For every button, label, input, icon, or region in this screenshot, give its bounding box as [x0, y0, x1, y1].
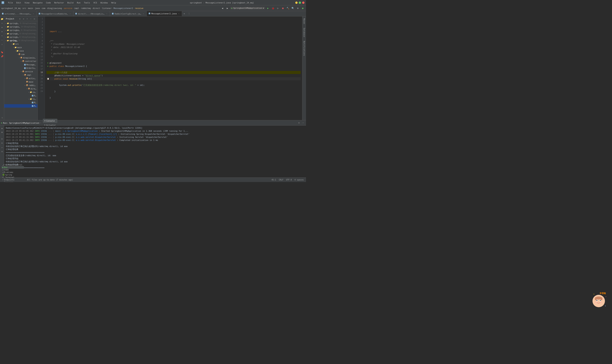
filter-console[interactable]: ≡ — [0, 141, 4, 145]
tab-more-button[interactable]: » — [182, 13, 186, 15]
forward-button[interactable]: ▶ — [225, 6, 229, 10]
tree-node-14[interactable]: ▾📁config — [4, 91, 38, 94]
menu-code[interactable]: Code — [44, 1, 52, 4]
tree-project-1[interactable]: ▸📁springboot_20_jetcacheD:\DingJiaxiong\… — [4, 25, 38, 28]
stop-button[interactable]: ■ — [281, 6, 285, 10]
left-tool-3[interactable]: ⚙ — [0, 26, 4, 29]
maximize-button[interactable] — [299, 1, 301, 4]
status-item-spring[interactable]: 🌿Spring — [1, 174, 24, 176]
tree-node-2[interactable]: ▾📁java — [4, 49, 38, 52]
breadcrumb-part-9[interactable]: direct — [93, 7, 100, 9]
status-item-services[interactable]: ☁Services — [1, 181, 24, 182]
bottom-tab-0[interactable]: ≡Console — [43, 119, 58, 123]
line-ending[interactable]: CRLF — [278, 179, 284, 181]
tree-project-0[interactable]: ▸📁springboot_19_cacheD:\DingJiaxiong\Ide… — [4, 22, 38, 25]
search-button[interactable]: 🔍 — [291, 6, 295, 10]
cursor-position[interactable]: 45:1 — [271, 179, 277, 181]
coverage-button[interactable]: ▷ — [276, 6, 280, 10]
menu-navigate[interactable]: Navigate — [31, 1, 44, 4]
menu-view[interactable]: View — [23, 1, 31, 4]
code-content[interactable]: import .../** * ClassName: MessageListen… — [45, 16, 302, 120]
left-tool-8[interactable]: 🔖 — [0, 51, 4, 54]
tree-node-10[interactable]: ▾📦activemq — [4, 77, 38, 80]
breadcrumb-part-4[interactable]: com — [42, 7, 45, 9]
indent-setting[interactable]: 4 spaces — [294, 179, 305, 181]
sidebar-action-2[interactable]: ≡ — [22, 17, 25, 20]
left-tool-4[interactable]: ≡ — [0, 30, 4, 33]
scroll-down[interactable]: ▼ — [0, 130, 4, 134]
tab-close-1[interactable]: × — [69, 13, 71, 15]
bottom-close[interactable]: − — [301, 121, 305, 125]
breadcrumb-part-5[interactable]: dingjiaxiong — [47, 7, 62, 9]
tree-project-2[interactable]: ▸📁springboot_21_j2cacheD:\DingJiaxiong\I… — [4, 28, 38, 32]
breadcrumb-part-2[interactable]: main — [28, 7, 33, 9]
tree-node-12[interactable]: ▾📦rabbitmq — [4, 84, 38, 87]
tree-node-4[interactable]: ▾📦dingjiaxiong — [4, 56, 38, 59]
left-tool-6[interactable]: − — [0, 38, 4, 42]
tree-node-8[interactable]: ▾📦service — [4, 70, 38, 73]
build-button[interactable]: 🔨 — [286, 6, 290, 10]
breadcrumb-part-6[interactable]: service — [64, 7, 72, 9]
breadcrumb-part-12[interactable]: receive — [135, 7, 143, 9]
sidebar-action-3[interactable]: + — [26, 17, 29, 20]
breadcrumb-part-11[interactable]: MessageListener2 — [114, 7, 133, 9]
status-item-problems[interactable]: ⚠Problems — [1, 171, 24, 174]
status-item-endpoints[interactable]: ⚡Endpoints — [1, 179, 24, 181]
status-item-terminal[interactable]: >_Terminal — [1, 176, 24, 179]
menu-help[interactable]: Help — [110, 1, 118, 4]
breadcrumb-part-1[interactable]: src — [22, 7, 26, 9]
notifications-tab[interactable]: Notifications — [303, 39, 306, 58]
tree-node-7[interactable]: COrderController — [4, 66, 38, 70]
minimize-button[interactable] — [295, 1, 298, 4]
tab-close-3[interactable]: × — [142, 13, 145, 15]
tree-node-6[interactable]: CMessageController — [4, 63, 38, 66]
maven-tab[interactable]: Maven — [303, 16, 306, 26]
debug-button[interactable]: 🐞 — [271, 6, 275, 10]
tree-node-0[interactable]: ▾📁src — [4, 42, 38, 46]
tree-node-11[interactable]: 📦base — [4, 80, 38, 84]
menu-window[interactable]: Window — [99, 1, 109, 4]
tree-project-4[interactable]: ▸📁springboot_23_mailD:\DingJiaxiong\Idea… — [4, 35, 38, 39]
menu-file[interactable]: File — [6, 1, 14, 4]
tree-node-17[interactable]: CMessageListener — [4, 101, 38, 104]
left-tool-10[interactable]: ◁ — [0, 116, 4, 119]
menu-build[interactable]: Build — [66, 1, 75, 4]
settings-button[interactable]: ⚙ — [296, 6, 300, 10]
tab-0[interactable]: Cactivemq\...\MessageListener.java× — [0, 11, 37, 16]
left-tool-5[interactable]: + — [0, 34, 4, 38]
settings-console[interactable]: ⚙ — [0, 150, 4, 153]
tab-1[interactable]: CMessageServiceRabbitmqDirectImpl.java× — [37, 11, 73, 16]
tree-node-1[interactable]: ▾📁main — [4, 46, 38, 49]
tree-node-15[interactable]: CRabbitConfigDirect — [4, 94, 38, 97]
breadcrumb-part-0[interactable]: springboot_24_mq — [1, 7, 20, 9]
status-item-version-control[interactable]: ⎇Version Control — [1, 164, 24, 166]
wrap-console[interactable]: ↵ — [0, 145, 4, 149]
encoding[interactable]: UTF-8 — [285, 179, 293, 181]
sidebar-action-1[interactable]: ⚙ — [18, 17, 21, 20]
back-button[interactable]: ◀ — [220, 6, 225, 10]
menu-edit[interactable]: Edit — [15, 1, 23, 4]
tree-node-13[interactable]: ▾📦direct — [4, 87, 38, 91]
menu-vcs[interactable]: VCS — [92, 1, 99, 4]
tab-settings-button[interactable]: ⋮ — [186, 13, 192, 15]
left-tool-7[interactable]: ↓ — [0, 42, 4, 46]
menu-run[interactable]: Run — [75, 1, 82, 4]
run-tab-close[interactable]: ✕ — [40, 122, 41, 124]
tree-project-3[interactable]: ▸📁springboot_22_taskD:\DingJiaxiong\Idea… — [4, 32, 38, 35]
status-item-todo[interactable]: ✓TODO — [1, 169, 24, 171]
sidebar-action-5[interactable]: ⊡ — [33, 17, 36, 20]
tab-close-4[interactable]: × — [178, 13, 180, 15]
left-tool-1[interactable]: 📁 — [0, 17, 4, 21]
left-tool-2[interactable]: ↕ — [0, 21, 4, 25]
menu-refactor[interactable]: Refactor — [53, 1, 66, 4]
tab-4[interactable]: CMessageListener2.java× — [147, 11, 182, 16]
breadcrumb-part-7[interactable]: impl — [74, 7, 79, 9]
database-tab[interactable]: Database — [303, 26, 306, 39]
tree-node-9[interactable]: ▾📦impl — [4, 73, 38, 77]
run-config[interactable]: ▶ Springboot24MqApplication ▼ — [230, 7, 265, 9]
more-button[interactable]: ● — [301, 6, 305, 10]
tab-2[interactable]: Cdirect\...\MessageListener.java× — [73, 11, 110, 16]
breadcrumb-part-10[interactable]: listener — [102, 7, 112, 9]
status-item-run[interactable]: ▶Run — [1, 166, 24, 169]
tree-node-16[interactable]: ▾📁listener — [4, 97, 38, 101]
